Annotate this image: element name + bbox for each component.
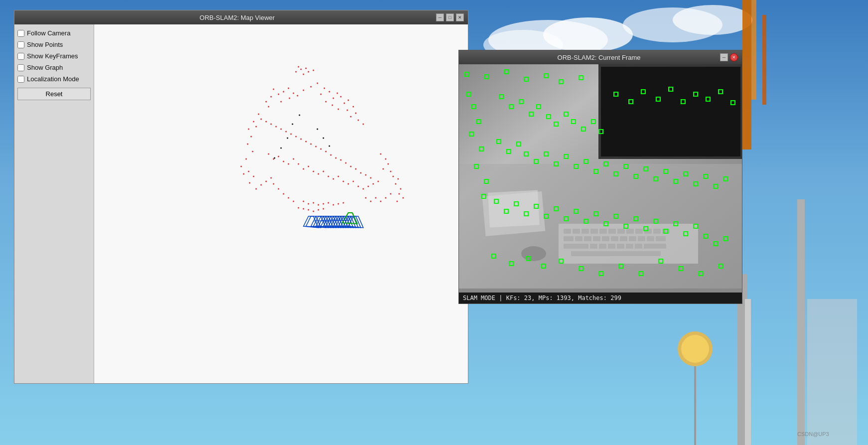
svg-point-120 <box>276 126 277 128</box>
svg-point-60 <box>251 136 252 138</box>
svg-rect-205 <box>575 236 582 241</box>
svg-point-140 <box>370 201 372 202</box>
svg-point-102 <box>365 174 367 176</box>
svg-point-133 <box>399 193 400 195</box>
feature-point <box>581 127 586 132</box>
feature-point <box>564 216 569 221</box>
feature-point <box>641 89 646 94</box>
feature-point <box>603 221 608 226</box>
localization-mode-item[interactable]: Localization Mode <box>17 74 91 84</box>
feature-point <box>593 211 598 216</box>
show-graph-label: Show Graph <box>27 64 63 71</box>
feature-point <box>534 159 539 164</box>
feature-point <box>506 149 511 154</box>
localization-mode-label: Localization Mode <box>27 75 79 83</box>
feature-point <box>643 166 648 171</box>
show-keyframes-label: Show KeyFrames <box>27 52 78 60</box>
show-graph-checkbox[interactable] <box>17 64 24 71</box>
svg-point-119 <box>281 129 282 130</box>
svg-point-47 <box>344 103 345 104</box>
reset-button[interactable]: Reset <box>17 88 91 100</box>
svg-point-23 <box>295 71 297 73</box>
show-graph-item[interactable]: Show Graph <box>17 63 91 72</box>
svg-point-108 <box>335 157 337 159</box>
svg-point-57 <box>253 121 255 123</box>
svg-rect-211 <box>629 236 636 241</box>
svg-rect-215 <box>564 244 588 249</box>
frame-minimize-button[interactable]: ─ <box>720 53 728 61</box>
map-viewer-title: ORB-SLAM2: Map Viewer <box>38 14 436 21</box>
svg-point-134 <box>403 197 404 199</box>
svg-point-85 <box>303 168 304 170</box>
feature-point <box>574 164 579 169</box>
svg-point-40 <box>320 94 322 95</box>
feature-point <box>628 99 633 104</box>
feature-point <box>559 79 564 84</box>
svg-point-161 <box>329 146 330 147</box>
feature-point <box>663 169 668 174</box>
svg-point-83 <box>293 158 294 160</box>
feature-point <box>564 154 569 159</box>
show-points-item[interactable]: Show Points <box>17 40 91 49</box>
feature-point <box>656 97 661 102</box>
follow-camera-checkbox[interactable] <box>17 30 24 37</box>
feature-point <box>673 221 678 226</box>
svg-rect-207 <box>593 236 600 241</box>
current-frame-title: ORB-SLAM2: Current Frame <box>478 54 720 61</box>
svg-point-154 <box>313 211 314 212</box>
svg-point-87 <box>313 171 314 172</box>
show-keyframes-checkbox[interactable] <box>17 53 24 60</box>
svg-point-69 <box>256 188 257 190</box>
svg-rect-199 <box>626 229 634 234</box>
svg-point-88 <box>318 173 319 175</box>
feature-point <box>703 174 708 179</box>
feature-point <box>579 75 583 80</box>
svg-rect-8 <box>762 15 766 105</box>
svg-point-49 <box>348 100 349 101</box>
show-points-checkbox[interactable] <box>17 41 24 48</box>
frame-close-button[interactable]: ✕ <box>730 53 738 61</box>
svg-rect-209 <box>611 236 618 241</box>
map-canvas <box>94 24 468 383</box>
svg-point-107 <box>340 159 342 161</box>
svg-text:CSDN@UP3: CSDN@UP3 <box>797 431 829 437</box>
feature-point <box>683 171 688 176</box>
svg-point-91 <box>333 178 334 180</box>
map-viewer-maximize-button[interactable]: □ <box>446 13 454 21</box>
status-bar: SLAM MODE | KFs: 23, MPs: 1393, Matches:… <box>459 293 742 303</box>
feature-point <box>481 194 486 199</box>
svg-point-36 <box>303 90 304 91</box>
svg-point-148 <box>333 204 334 206</box>
svg-point-58 <box>248 129 250 130</box>
svg-point-53 <box>350 116 352 118</box>
svg-point-55 <box>363 124 364 125</box>
svg-rect-195 <box>590 229 598 234</box>
map-viewer-close-button[interactable]: ✕ <box>456 13 464 21</box>
svg-rect-210 <box>620 236 627 241</box>
svg-point-123 <box>261 119 262 120</box>
follow-camera-item[interactable]: Follow Camera <box>17 28 91 38</box>
feature-point <box>623 224 628 229</box>
svg-point-131 <box>395 183 397 185</box>
svg-rect-14 <box>797 199 805 445</box>
feature-point <box>643 226 648 231</box>
svg-point-158 <box>299 115 300 116</box>
svg-point-50 <box>353 106 354 108</box>
svg-point-160 <box>323 138 324 139</box>
feature-point <box>524 151 529 156</box>
svg-point-153 <box>308 209 309 211</box>
svg-point-152 <box>303 208 304 210</box>
feature-point <box>598 271 603 276</box>
feature-point <box>471 104 476 109</box>
svg-rect-214 <box>656 236 666 241</box>
localization-mode-checkbox[interactable] <box>17 76 24 83</box>
current-frame-titlebar: ORB-SLAM2: Current Frame ─ ✕ <box>459 50 742 64</box>
svg-point-164 <box>274 157 276 159</box>
map-viewer-minimize-button[interactable]: ─ <box>436 13 444 21</box>
svg-rect-6 <box>742 0 751 149</box>
svg-rect-13 <box>694 366 696 445</box>
feature-point <box>593 169 598 174</box>
svg-point-43 <box>337 93 338 94</box>
svg-point-74 <box>278 188 280 190</box>
show-keyframes-item[interactable]: Show KeyFrames <box>17 51 91 61</box>
